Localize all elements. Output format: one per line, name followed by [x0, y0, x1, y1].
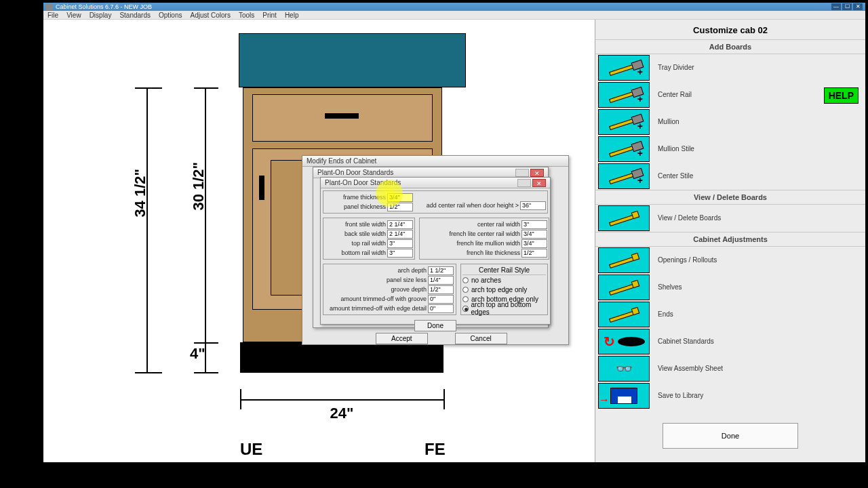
dim-total-line	[146, 87, 148, 372]
menu-display[interactable]: Display	[85, 12, 116, 19]
tool-center-stile[interactable]: +Center Stile	[595, 163, 865, 190]
pencil-icon	[598, 302, 650, 327]
label-fe: FE	[425, 440, 446, 459]
hammer-icon: +	[598, 109, 650, 135]
drawer-handle	[325, 113, 359, 119]
section-add-boards: Add Boards	[595, 39, 865, 54]
tool-view-assembly[interactable]: 👓View Assembly Sheet	[595, 355, 865, 382]
tool-tray-divider[interactable]: +Tray Divider	[595, 54, 865, 81]
close-button[interactable]: ✕	[853, 3, 863, 10]
radio-arch-both[interactable]: arch top and bottom edges	[462, 304, 546, 313]
menubar: File View Display Standards Options Adju…	[43, 11, 865, 20]
groove-depth-input[interactable]	[428, 285, 454, 294]
menu-adjust-colors[interactable]: Adjust Colors	[186, 12, 234, 19]
dim-total-height: 34 1/2"	[132, 169, 149, 218]
pencil-icon	[598, 274, 650, 300]
trim-groove-input[interactable]	[428, 295, 454, 304]
tool-shelves[interactable]: Shelves	[595, 274, 865, 301]
pencil-icon	[598, 247, 650, 273]
section-cabinet-adjustments: Cabinet Adjustments	[595, 232, 865, 247]
front-stile-input[interactable]	[387, 220, 413, 229]
menu-view[interactable]: View	[62, 12, 85, 19]
hammer-icon: +	[598, 163, 650, 189]
titlebar: Cabinet Solutions 6.7.6 - NEW JOB — ☐ ✕	[43, 3, 865, 11]
rotate-icon: ↻	[598, 329, 650, 354]
menu-file[interactable]: File	[43, 12, 62, 19]
fl-thickness-input[interactable]	[521, 249, 547, 258]
dialog-done-button[interactable]: Done	[414, 320, 456, 331]
save-icon: →	[598, 383, 650, 409]
panel-help-button[interactable]: HELP	[824, 87, 859, 104]
pencil-icon	[598, 205, 650, 231]
bottom-rail-input[interactable]	[387, 249, 413, 258]
dim-body-height: 30 1/2"	[190, 162, 208, 211]
side-panel: Customize cab 02 Add Boards HELP +Tray D…	[595, 20, 865, 462]
tool-ends[interactable]: Ends	[595, 301, 865, 328]
tool-cabinet-standards[interactable]: ↻Cabinet Standards	[595, 328, 865, 355]
frame-thickness-input[interactable]	[387, 193, 413, 202]
add-center-rail-input[interactable]	[520, 201, 546, 210]
menu-standards[interactable]: Standards	[115, 12, 155, 19]
tool-view-delete-boards[interactable]: View / Delete Boards	[595, 205, 865, 232]
menu-options[interactable]: Options	[155, 12, 186, 19]
tool-openings[interactable]: Openings / Rollouts	[595, 247, 865, 274]
cabinet-toekick	[240, 342, 443, 373]
radio-arch-top[interactable]: arch top edge only	[462, 285, 546, 294]
dim-width: 24"	[240, 405, 443, 422]
hammer-icon: +	[598, 136, 650, 162]
minimize-button[interactable]: —	[831, 3, 841, 10]
maximize-button[interactable]: ☐	[842, 3, 852, 10]
tool-mullion[interactable]: +Mullion	[595, 108, 865, 136]
dialog-plant-on-door-standards: Plant-On Door Standards ✕ HELP frame thi…	[320, 177, 551, 325]
back-stile-input[interactable]	[387, 230, 413, 239]
center-rail-width-input[interactable]	[521, 220, 547, 229]
tool-save-library[interactable]: →Save to Library	[595, 382, 865, 409]
dim-toe-height: 4"	[190, 345, 205, 363]
fl-mullion-input[interactable]	[521, 239, 547, 248]
dialog-close-icon[interactable]: ✕	[532, 179, 546, 187]
section-view-delete: View / Delete Boards	[595, 190, 865, 205]
dim-body-line	[205, 87, 206, 342]
menu-tools[interactable]: Tools	[235, 12, 258, 19]
hammer-icon: +	[598, 55, 650, 81]
top-rail-input[interactable]	[387, 239, 413, 248]
menu-print[interactable]: Print	[258, 12, 281, 19]
accept-button[interactable]: Accept	[376, 333, 428, 344]
panel-title: Customize cab 02	[595, 20, 865, 39]
drawing-canvas[interactable]: 34 1/2" 30 1/2" 4" 24" UE FE Modify Ends…	[43, 20, 595, 462]
panel-size-less-input[interactable]	[428, 276, 454, 285]
app-icon	[46, 3, 53, 10]
arch-depth-input[interactable]	[428, 266, 454, 275]
cabinet-countertop	[239, 33, 466, 87]
glasses-icon: 👓	[598, 356, 650, 382]
fl-center-rail-input[interactable]	[521, 230, 547, 239]
trim-edge-input[interactable]	[428, 304, 454, 313]
hammer-icon: +	[598, 82, 650, 108]
panel-thickness-input[interactable]	[387, 203, 413, 211]
tool-mullion-stile[interactable]: +Mullion Stile	[595, 136, 865, 163]
radio-no-arches[interactable]: no arches	[462, 275, 546, 285]
window-title: Cabinet Solutions 6.7.6 - NEW JOB	[56, 3, 152, 11]
center-rail-style-title: Center Rail Style	[462, 266, 546, 275]
dialog-minimize-icon[interactable]	[517, 179, 531, 187]
cancel-button[interactable]: Cancel	[455, 333, 507, 344]
door-handle	[259, 176, 264, 200]
panel-done-button[interactable]: Done	[663, 423, 798, 449]
label-ue: UE	[240, 440, 262, 459]
menu-help[interactable]: Help	[281, 12, 303, 19]
dialog-titlebar[interactable]: Plant-On Door Standards ✕	[321, 178, 550, 188]
